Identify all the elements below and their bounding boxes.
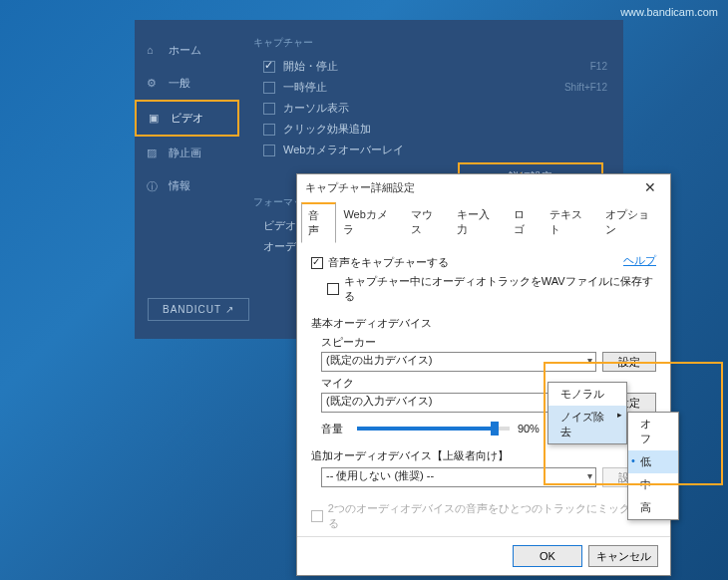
label-speaker: スピーカー	[311, 335, 656, 350]
tab-text[interactable]: テキスト	[543, 202, 599, 243]
select-extra-device[interactable]: -- 使用しない (推奨) --	[321, 467, 596, 487]
speaker-settings-button[interactable]: 設定	[602, 352, 656, 372]
noise-low-item[interactable]: 低	[628, 450, 678, 473]
sidebar-item-label: ビデオ	[171, 111, 203, 126]
opt-click-fx[interactable]: クリック効果追加	[253, 119, 607, 140]
fieldset-extra-audio: 追加オーディオデバイス【上級者向け】	[311, 448, 656, 463]
noise-mid-item[interactable]: 中	[628, 473, 678, 496]
sidebar-item-home[interactable]: ⌂ ホーム	[135, 34, 239, 67]
hotkey-label: F12	[590, 61, 607, 72]
fieldset-basic-audio: 基本オーディオデバイス	[311, 316, 656, 331]
opt-cursor[interactable]: カーソル表示	[253, 98, 607, 119]
home-icon: ⌂	[147, 44, 161, 58]
hotkey-label: Shift+F12	[564, 82, 607, 93]
chk-mix-tracks[interactable]: 2つのオーディオデバイスの音声をひとつのトラックにミックスする	[311, 499, 656, 533]
tab-logo[interactable]: ロゴ	[507, 202, 542, 243]
opt-label: カーソル表示	[283, 101, 349, 116]
cancel-button[interactable]: キャンセル	[588, 545, 658, 567]
checkbox-icon	[263, 103, 275, 115]
select-speaker[interactable]: (既定の出力デバイス)	[321, 352, 596, 372]
bandicut-link[interactable]: BANDICUT ↗	[148, 298, 249, 321]
label-volume: 音量	[321, 422, 349, 436]
sidebar-item-label: 一般	[169, 76, 190, 91]
info-icon: ⓘ	[147, 179, 161, 193]
tab-webcam[interactable]: Webカメラ	[336, 202, 404, 243]
opt-label: 一時停止	[283, 80, 327, 95]
tab-audio[interactable]: 音声	[301, 202, 336, 243]
opt-label: クリック効果追加	[283, 122, 371, 137]
dialog-title-text: キャプチャー詳細設定	[305, 180, 415, 195]
dialog-titlebar: キャプチャー詳細設定 ✕	[297, 174, 670, 200]
tab-mouse[interactable]: マウス	[404, 202, 450, 243]
slider-fill	[357, 427, 495, 431]
noise-submenu: オフ 低 中 高	[627, 412, 679, 520]
opt-webcam-overlay[interactable]: Webカメラオーバーレイ	[253, 140, 607, 160]
sidebar-item-info[interactable]: ⓘ 情報	[135, 169, 239, 202]
checkbox-icon	[263, 61, 275, 73]
gear-icon: ⚙	[147, 77, 161, 91]
opt-label: 開始・停止	[283, 59, 338, 74]
sidebar-item-general[interactable]: ⚙ 一般	[135, 67, 239, 100]
filter-noise-item[interactable]: ノイズ除去 ▸	[548, 406, 626, 443]
slider-thumb[interactable]	[491, 422, 499, 435]
chk-save-wav[interactable]: キャプチャー中にオーディオトラックをWAVファイルに保存する	[311, 272, 656, 306]
sidebar: ⌂ ホーム ⚙ 一般 ▣ ビデオ ▨ 静止画 ⓘ 情報	[135, 20, 239, 339]
chk-label: キャプチャー中にオーディオトラックをWAVファイルに保存する	[344, 274, 656, 304]
section-capture-label: キャプチャー	[253, 36, 607, 50]
dialog-tabs: 音声 Webカメラ マウス キー入力 ロゴ テキスト オプション	[297, 200, 670, 243]
volume-slider[interactable]	[357, 427, 510, 431]
menu-item-label: ノイズ除去	[560, 411, 604, 437]
checkbox-icon	[327, 283, 339, 295]
chk-label: 音声をキャプチャーする	[328, 255, 449, 270]
filter-dropdown: モノラル ノイズ除去 ▸	[547, 382, 627, 444]
noise-off-item[interactable]: オフ	[628, 413, 678, 450]
opt-start-stop[interactable]: 開始・停止 F12	[253, 56, 607, 77]
help-link[interactable]: ヘルプ	[623, 253, 656, 268]
sidebar-item-label: 情報	[169, 178, 190, 193]
filter-mono-item[interactable]: モノラル	[548, 383, 626, 406]
watermark-text: www.bandicam.com	[620, 6, 718, 18]
opt-label: Webカメラオーバーレイ	[283, 143, 404, 157]
checkbox-icon	[263, 145, 275, 156]
sidebar-item-image[interactable]: ▨ 静止画	[135, 137, 239, 169]
dialog-footer: OK キャンセル	[297, 536, 670, 575]
video-icon: ▣	[149, 112, 163, 126]
checkbox-icon	[263, 124, 275, 136]
chk-label: 2つのオーディオデバイスの音声をひとつのトラックにミックスする	[328, 501, 656, 531]
sidebar-item-label: ホーム	[169, 43, 201, 58]
checkbox-icon	[311, 257, 323, 269]
tab-keyinput[interactable]: キー入力	[450, 202, 507, 243]
ok-button[interactable]: OK	[513, 545, 582, 567]
sidebar-item-video[interactable]: ▣ ビデオ	[135, 100, 239, 137]
close-icon[interactable]: ✕	[638, 179, 662, 195]
noise-high-item[interactable]: 高	[628, 496, 678, 519]
chevron-right-icon: ▸	[617, 410, 622, 420]
tab-options[interactable]: オプション	[598, 202, 666, 243]
volume-percent: 90%	[518, 423, 547, 435]
opt-pause[interactable]: 一時停止 Shift+F12	[253, 77, 607, 98]
chk-capture-audio[interactable]: 音声をキャプチャーする	[311, 253, 623, 272]
checkbox-icon	[263, 82, 275, 94]
image-icon: ▨	[147, 146, 161, 160]
sidebar-item-label: 静止画	[169, 145, 201, 160]
checkbox-icon	[311, 510, 323, 522]
capture-detail-dialog: キャプチャー詳細設定 ✕ 音声 Webカメラ マウス キー入力 ロゴ テキスト …	[296, 173, 671, 576]
